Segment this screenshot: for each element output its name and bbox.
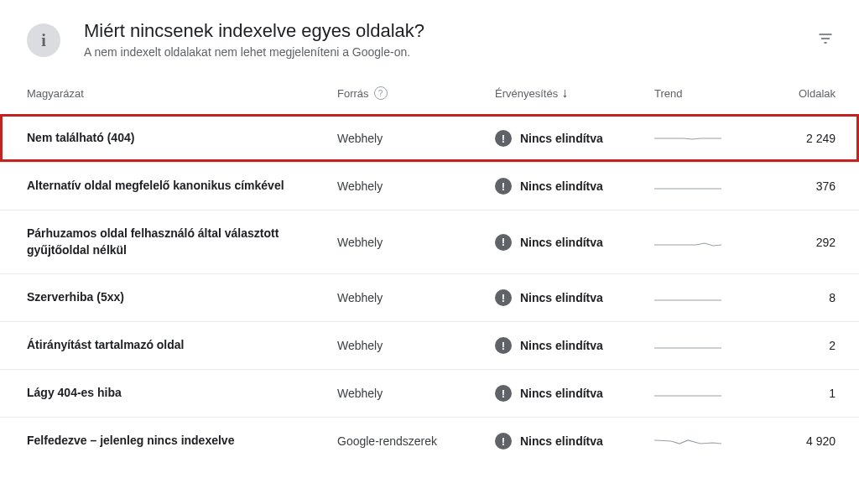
validation-text: Nincs elindítva (520, 291, 603, 304)
validation-text: Nincs elindítva (520, 179, 603, 193)
table-row[interactable]: Alternatív oldal megfelelő kanonikus cím… (0, 162, 859, 210)
reason-text: Lágy 404-es hiba (27, 385, 337, 402)
reason-text: Alternatív oldal megfelelő kanonikus cím… (27, 178, 337, 195)
warning-icon: ! (495, 433, 512, 449)
pages-count: 8 (755, 291, 836, 304)
table-body: Nem található (404) Webhely ! Nincs elin… (0, 114, 859, 465)
pages-count: 376 (755, 179, 836, 193)
pages-count: 1 (755, 387, 836, 400)
source-text: Webhely (337, 339, 495, 352)
trend-sparkline (654, 179, 721, 194)
table-row[interactable]: Szerverhiba (5xx) Webhely ! Nincs elindí… (0, 273, 859, 321)
card-subtitle: A nem indexelt oldalakat nem lehet megje… (84, 45, 812, 59)
table-row[interactable]: Lágy 404-es hiba Webhely ! Nincs elindít… (0, 369, 859, 417)
validation-cell: ! Nincs elindítva (495, 130, 603, 147)
validation-text: Nincs elindítva (520, 387, 603, 400)
table-header-row: Magyarázat Forrás ? Érvényesítés ↓ Trend… (0, 75, 859, 114)
table-row[interactable]: Nem található (404) Webhely ! Nincs elin… (0, 114, 859, 162)
validation-cell: ! Nincs elindítva (495, 337, 603, 354)
col-header-validation-label: Érvényesítés (495, 87, 558, 100)
warning-icon: ! (495, 289, 512, 306)
col-header-trend[interactable]: Trend (654, 87, 755, 100)
validation-cell: ! Nincs elindítva (495, 289, 603, 306)
warning-icon: ! (495, 130, 512, 147)
card-title: Miért nincsenek indexelve egyes oldalak? (84, 20, 812, 42)
source-text: Webhely (337, 179, 495, 193)
index-coverage-card: i Miért nincsenek indexelve egyes oldala… (0, 0, 859, 465)
trend-sparkline (654, 235, 721, 250)
source-text: Google-rendszerek (337, 434, 495, 448)
validation-text: Nincs elindítva (520, 236, 603, 249)
trend-sparkline (654, 338, 721, 353)
filter-icon (817, 30, 834, 47)
warning-icon: ! (495, 234, 512, 251)
validation-text: Nincs elindítva (520, 132, 603, 145)
table-row[interactable]: Felfedezve – jelenleg nincs indexelve Go… (0, 417, 859, 465)
pages-count: 4 920 (755, 434, 836, 448)
validation-text: Nincs elindítva (520, 434, 603, 448)
sort-descending-icon: ↓ (561, 86, 568, 101)
validation-text: Nincs elindítva (520, 339, 603, 352)
pages-count: 2 (755, 339, 836, 352)
help-icon[interactable]: ? (374, 86, 388, 100)
source-text: Webhely (337, 387, 495, 400)
reason-text: Szerverhiba (5xx) (27, 289, 337, 306)
reason-text: Párhuzamos oldal felhasználó által válas… (27, 226, 337, 258)
header-text: Miért nincsenek indexelve egyes oldalak?… (84, 20, 812, 59)
table-row[interactable]: Párhuzamos oldal felhasználó által válas… (0, 210, 859, 273)
reason-text: Nem található (404) (27, 130, 337, 147)
col-header-reason[interactable]: Magyarázat (27, 87, 337, 100)
source-text: Webhely (337, 291, 495, 304)
source-text: Webhely (337, 236, 495, 249)
warning-icon: ! (495, 385, 512, 402)
reason-text: Átirányítást tartalmazó oldal (27, 337, 337, 354)
validation-cell: ! Nincs elindítva (495, 178, 603, 195)
validation-cell: ! Nincs elindítva (495, 385, 603, 402)
info-icon: i (27, 23, 60, 57)
validation-cell: ! Nincs elindítva (495, 234, 603, 251)
trend-sparkline (654, 434, 721, 449)
filter-button[interactable] (812, 25, 839, 52)
reason-text: Felfedezve – jelenleg nincs indexelve (27, 433, 337, 449)
pages-count: 292 (755, 236, 836, 249)
trend-sparkline (654, 131, 721, 146)
pages-count: 2 249 (755, 132, 836, 145)
col-header-validation[interactable]: Érvényesítés ↓ (495, 86, 654, 101)
table-row[interactable]: Átirányítást tartalmazó oldal Webhely ! … (0, 321, 859, 369)
col-header-source[interactable]: Forrás ? (337, 86, 495, 100)
col-header-source-label: Forrás (337, 87, 369, 100)
col-header-pages[interactable]: Oldalak (755, 87, 836, 100)
warning-icon: ! (495, 337, 512, 354)
source-text: Webhely (337, 132, 495, 145)
trend-sparkline (654, 386, 721, 401)
warning-icon: ! (495, 178, 512, 195)
trend-sparkline (654, 290, 721, 305)
validation-cell: ! Nincs elindítva (495, 433, 603, 449)
card-header: i Miért nincsenek indexelve egyes oldala… (0, 0, 859, 75)
